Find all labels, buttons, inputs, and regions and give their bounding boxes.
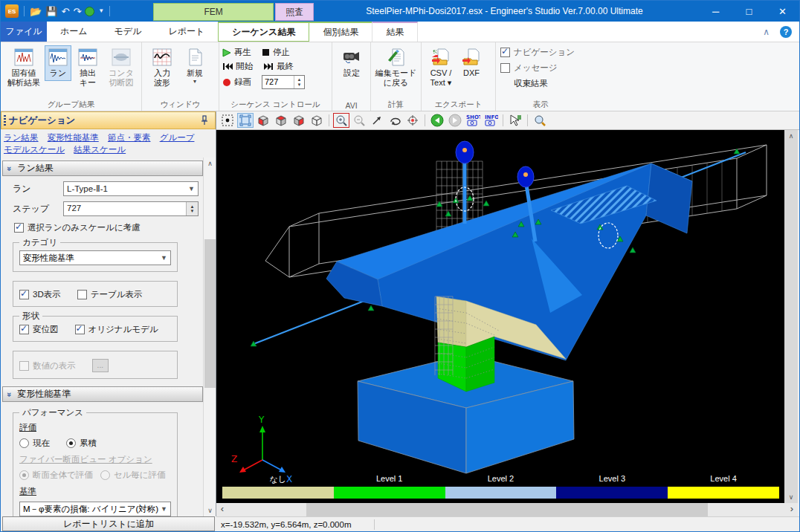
eigenvalue-results-button[interactable]: 固有値 解析結果 <box>4 45 43 90</box>
collapse-ribbon-icon[interactable]: ∧ <box>763 27 770 37</box>
extract-key-button[interactable]: 抽出 キー <box>73 45 103 90</box>
section-header-run-results[interactable]: » ラン結果 <box>2 160 203 176</box>
divider <box>329 114 329 126</box>
pan-icon[interactable] <box>369 113 385 128</box>
avi-settings-button[interactable]: 設定 <box>336 45 367 81</box>
export-csv-text-button[interactable]: CSV / Text ▾ <box>425 45 457 90</box>
spinner-arrows-icon[interactable]: ▲▼ <box>294 76 304 88</box>
open-file-icon[interactable]: 📂 <box>30 7 42 16</box>
run-results-button[interactable]: ラン <box>45 45 71 81</box>
context-tab-fem[interactable]: FEM <box>153 3 274 21</box>
link-run-results[interactable]: ラン結果 <box>4 133 39 142</box>
link-nodes-elements[interactable]: 節点・要素 <box>108 133 151 142</box>
go-last-button[interactable]: 最終 <box>263 61 294 72</box>
input-waveform-button[interactable]: 入力 波形 <box>146 45 178 90</box>
radio-cumulative[interactable]: 累積 <box>66 438 97 449</box>
spinner-arrows-icon[interactable]: ▲▼ <box>186 202 198 215</box>
tab-home[interactable]: ホーム <box>47 22 101 42</box>
zoom-out-icon[interactable] <box>351 113 367 128</box>
info-snapshot-icon[interactable]: INFO <box>483 113 499 128</box>
checkbox-checked-icon <box>500 48 510 57</box>
viewport-horizontal-scrollbar[interactable]: ‹ › <box>216 503 798 516</box>
radio-current[interactable]: 現在 <box>19 438 50 449</box>
view-iso-icon[interactable] <box>309 113 325 128</box>
tab-model[interactable]: モデル <box>101 22 155 42</box>
pointer-icon[interactable] <box>507 113 523 128</box>
display-3d-checkbox[interactable]: 3D表示 <box>19 289 61 300</box>
shape-groupbox: 形状 変位図 オリジナルモデル <box>13 316 178 342</box>
criteria-select[interactable]: M－φ要素の損傷: バイリニア(対称) ノー ▼ <box>19 502 171 516</box>
tab-sequence-results[interactable]: シーケンス結果 <box>218 22 309 42</box>
message-checkbox[interactable]: メッセージ <box>500 62 575 74</box>
scale-selected-run-checkbox[interactable]: 選択ランのみスケールに考慮 <box>14 222 199 233</box>
link-group[interactable]: グループ <box>160 133 195 142</box>
scroll-up-icon[interactable]: ∧ <box>204 158 216 169</box>
section-header-deformation-criteria[interactable]: » 変形性能基準 <box>2 386 203 402</box>
navigation-panel: ナビゲーション ラン結果 変形性能基準 節点・要素 グループ モデルスケール 結… <box>1 111 216 516</box>
navigation-checkbox[interactable]: ナビゲーション <box>500 47 575 58</box>
step-spinner[interactable]: 727 ▲▼ <box>262 75 305 89</box>
export-dxf-button[interactable]: DXF <box>458 45 485 81</box>
scroll-left-icon[interactable]: ‹ <box>216 503 228 516</box>
view-side-icon[interactable] <box>291 113 307 128</box>
scrollbar-track[interactable] <box>228 503 786 516</box>
zoom-in-icon[interactable] <box>333 113 349 128</box>
scrollbar-thumb[interactable] <box>204 239 216 388</box>
context-tab-shosa[interactable]: 照査 <box>275 3 314 21</box>
maximize-button[interactable]: □ <box>732 1 766 22</box>
select-region-icon[interactable] <box>219 113 236 128</box>
tab-individual-results[interactable]: 個別結果 <box>309 22 372 42</box>
zoom-target-icon[interactable] <box>404 113 421 128</box>
original-model-checkbox[interactable]: オリジナルモデル <box>75 324 158 335</box>
add-to-report-list-button[interactable]: レポートリストに追加 <box>2 516 215 531</box>
run-select[interactable]: L-Type-Ⅱ-1 ▼ <box>63 181 199 196</box>
collapse-chevron-icon: » <box>5 392 14 396</box>
link-deformation-criteria[interactable]: 変形性能基準 <box>48 133 99 142</box>
view-front-icon[interactable] <box>255 113 271 128</box>
tab-results[interactable]: 結果 <box>372 22 418 42</box>
drag-handle-icon[interactable] <box>4 115 6 127</box>
zoom-fit-icon[interactable] <box>237 113 254 128</box>
displacement-diagram-checkbox[interactable]: 変位図 <box>19 324 59 335</box>
redo-icon[interactable]: ↷ <box>73 7 81 16</box>
link-model-scale[interactable]: モデルスケール <box>4 145 65 154</box>
scrollbar-thumb[interactable] <box>306 503 708 516</box>
3d-viewport[interactable]: Y Z X なし Level 1 Level 2 Level 3 Level 4 <box>216 130 784 503</box>
options-icon[interactable] <box>85 7 94 16</box>
divider <box>503 114 503 126</box>
link-result-scale[interactable]: 結果スケール <box>74 145 126 154</box>
go-first-button[interactable]: 開始 <box>222 61 253 72</box>
back-to-edit-mode-button[interactable]: 編集モード に戻る <box>375 45 417 90</box>
step-input[interactable]: 727 ▲▼ <box>63 201 199 216</box>
scroll-down-icon[interactable]: ∨ <box>204 505 216 516</box>
record-button[interactable]: 録画 <box>222 77 251 88</box>
scroll-up-icon[interactable]: ∧ <box>784 130 798 142</box>
app-logo-icon[interactable]: ES <box>5 4 19 18</box>
display-table-checkbox[interactable]: テーブル表示 <box>77 289 143 300</box>
convergence-results-button[interactable]: 収束結果 <box>500 78 575 89</box>
pin-icon[interactable] <box>200 115 209 126</box>
tab-file[interactable]: ファイル <box>1 22 47 42</box>
scroll-right-icon[interactable]: › <box>786 503 798 516</box>
scroll-down-icon[interactable]: ∨ <box>784 491 798 503</box>
close-button[interactable]: ✕ <box>766 1 799 22</box>
help-icon[interactable]: ? <box>780 26 792 38</box>
tab-report[interactable]: レポート <box>155 22 218 42</box>
undo-icon[interactable]: ↶ <box>61 7 69 16</box>
stop-button[interactable]: 停止 <box>262 47 290 58</box>
search-icon[interactable] <box>532 113 548 128</box>
qat-dropdown-icon[interactable]: ▼ <box>98 8 104 14</box>
new-window-button[interactable]: 新規 ▾ <box>180 45 210 88</box>
category-select[interactable]: 変形性能基準 ▼ <box>19 250 171 265</box>
rotate-icon[interactable] <box>387 113 403 128</box>
nav-back-icon[interactable] <box>429 113 445 128</box>
legend-swatch-level1 <box>334 487 445 499</box>
panel-scrollbar[interactable]: ∧ ∨ <box>203 158 216 516</box>
view-top-icon[interactable] <box>273 113 289 128</box>
checkbox-unchecked-icon <box>500 63 510 73</box>
snapshot-icon[interactable]: SHOT <box>465 113 481 128</box>
minimize-button[interactable]: ─ <box>699 1 732 22</box>
viewport-vertical-scrollbar[interactable]: ∧ ∨ <box>784 130 798 503</box>
play-button[interactable]: 再生 <box>222 47 251 58</box>
save-icon[interactable]: 💾 <box>45 7 57 16</box>
